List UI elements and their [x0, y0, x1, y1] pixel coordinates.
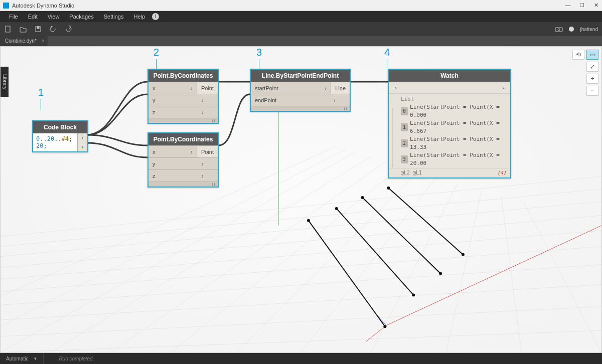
chevron-right-icon[interactable]: › [321, 85, 331, 91]
document-tab[interactable]: Combine.dyn* [0, 36, 48, 46]
code-token: .. [40, 135, 47, 142]
input-port-z[interactable]: z [148, 173, 198, 179]
app-title: Autodesk Dynamo Studio [12, 3, 565, 9]
menu-file[interactable]: File [4, 14, 23, 20]
input-port-y[interactable]: y [148, 97, 198, 103]
output-port-label[interactable]: Line [331, 82, 350, 94]
menu-packages[interactable]: Packages [64, 14, 98, 20]
camera-icon[interactable] [555, 25, 563, 33]
svg-point-4 [558, 29, 560, 31]
chevron-right-icon[interactable]: › [330, 97, 340, 103]
new-file-icon[interactable] [4, 25, 12, 33]
chevron-right-icon[interactable]: › [198, 109, 208, 115]
node-title: Line.ByStartPointEndPoint [251, 70, 350, 82]
view-controls: ⟲ ▭ ⤢ + − [572, 50, 598, 96]
tab-name: Combine.dyn* [5, 38, 37, 44]
input-port-x[interactable]: x [148, 85, 187, 91]
index-badge: 0 [401, 107, 408, 115]
close-button[interactable]: ✕ [593, 2, 599, 9]
undo-icon[interactable] [49, 25, 57, 33]
input-port-x[interactable]: x [148, 149, 187, 155]
zoom-out-button[interactable]: − [586, 86, 598, 96]
node-footer [148, 118, 218, 123]
code-body[interactable]: 0..20..#4; 20; [33, 133, 77, 151]
watch-row: 1 Line(StartPoint = Point(X = 6.667 [401, 119, 506, 135]
node-title: Watch [389, 70, 510, 82]
menu-help[interactable]: Help [128, 14, 150, 20]
node-point-by-coordinates-1[interactable]: Point.ByCoordinates x › Point y › . z › … [147, 69, 219, 124]
zoom-in-button[interactable]: + [586, 74, 598, 84]
item-count: {4} [497, 170, 506, 175]
input-port-y[interactable]: y [148, 161, 198, 167]
status-message: Run completed. [44, 356, 94, 361]
input-port[interactable]: › [392, 85, 400, 91]
menu-settings[interactable]: Settings [99, 14, 129, 20]
title-bar: Autodesk Dynamo Studio — ☐ ✕ [0, 0, 602, 11]
watch-text: Line(StartPoint = Point(X = 13.33 [410, 135, 506, 151]
dropdown-caret-icon: ▼ [33, 356, 37, 361]
output-port-label[interactable]: Point [197, 82, 218, 94]
annotation-4: 4 [384, 47, 390, 70]
node-title: Point.ByCoordinates [148, 70, 218, 82]
redo-icon[interactable] [64, 25, 72, 33]
node-footer [251, 106, 350, 111]
watch-row: 0 Line(StartPoint = Point(X = 0.000 [401, 103, 506, 119]
status-bar: Automatic ▼ Run completed. [0, 353, 602, 364]
info-icon[interactable]: i [152, 13, 159, 20]
watch-text: Line(StartPoint = Point(X = 6.667 [410, 119, 506, 135]
svg-rect-2 [37, 27, 39, 29]
watch-text: Line(StartPoint = Point(X = 20.00 [410, 151, 506, 167]
maximize-button[interactable]: ☐ [579, 2, 585, 9]
chevron-right-icon[interactable]: › [198, 173, 208, 179]
run-mode-label: Automatic [6, 356, 28, 361]
level-labels: @L2 @L1 [401, 170, 422, 175]
list-strip-icon [392, 108, 393, 167]
list-label: List [401, 96, 506, 102]
open-file-icon[interactable] [19, 25, 27, 33]
input-port-startpoint[interactable]: startPoint [251, 85, 321, 91]
username-label: jhattend [580, 27, 598, 32]
output-port[interactable]: › [77, 133, 87, 142]
menu-edit[interactable]: Edit [23, 14, 43, 20]
input-port-endpoint[interactable]: endPoint [251, 97, 330, 103]
view-3d-orbit-button[interactable]: ⟲ [572, 50, 584, 60]
app-logo-icon [3, 3, 9, 9]
menu-view[interactable]: View [43, 14, 65, 20]
save-file-icon[interactable] [34, 25, 42, 33]
output-port[interactable]: › [77, 142, 87, 151]
view-graph-button[interactable]: ▭ [586, 50, 598, 60]
annotation-3: 3 [256, 47, 262, 70]
library-panel-toggle[interactable]: Library [1, 67, 9, 97]
node-point-by-coordinates-2[interactable]: Point.ByCoordinates x › Point y › . z › … [147, 132, 219, 188]
graph-canvas[interactable]: Library ⟲ ▭ ⤢ + − 1 2 3 4 Code Block [0, 46, 602, 353]
user-avatar-icon[interactable] [569, 27, 574, 32]
chevron-right-icon[interactable]: › [187, 149, 197, 155]
window-controls: — ☐ ✕ [565, 2, 599, 9]
minimize-button[interactable]: — [565, 2, 571, 9]
node-line-by-startpoint-endpoint[interactable]: Line.ByStartPointEndPoint startPoint › L… [250, 69, 351, 112]
node-watch[interactable]: Watch › › List 0 Line(StartPoint = Point… [388, 69, 511, 178]
annotation-1: 1 [38, 87, 44, 110]
node-title: Point.ByCoordinates [148, 133, 218, 145]
watch-row: 3 Line(StartPoint = Point(X = 20.00 [401, 151, 506, 167]
index-badge: 3 [401, 155, 408, 163]
watch-list: List 0 Line(StartPoint = Point(X = 0.000… [389, 94, 510, 168]
chevron-right-icon[interactable]: › [198, 161, 208, 167]
index-badge: 1 [401, 123, 408, 131]
node-title: Code Block [33, 121, 87, 133]
watch-text: Line(StartPoint = Point(X = 0.000 [410, 103, 506, 119]
chevron-right-icon[interactable]: › [198, 97, 208, 103]
node-code-block[interactable]: Code Block 0..20..#4; 20; › › [32, 120, 88, 152]
menu-bar: File Edit View Packages Settings Help i [0, 11, 602, 22]
code-token: ; [69, 135, 72, 142]
chevron-right-icon[interactable]: › [187, 85, 197, 91]
code-token: 20; [36, 142, 47, 149]
output-port-label[interactable]: Point [197, 146, 218, 157]
input-port-z[interactable]: z [148, 109, 198, 115]
document-tab-bar: Combine.dyn* [0, 36, 602, 46]
run-mode-dropdown[interactable]: Automatic ▼ [0, 353, 44, 364]
watch-footer: @L2 @L1 {4} [389, 168, 510, 176]
output-port[interactable]: › [499, 85, 507, 91]
watch-io-row: › › [389, 83, 510, 94]
zoom-fit-button[interactable]: ⤢ [586, 62, 598, 72]
